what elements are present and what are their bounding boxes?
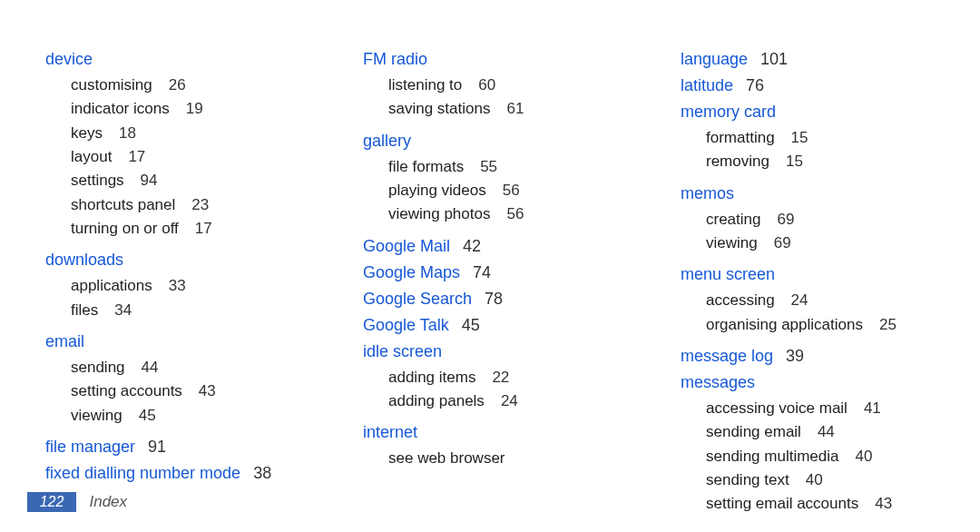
index-page-ref: 24: [501, 392, 518, 409]
index-subentry[interactable]: sending email44: [706, 420, 935, 444]
index-page-ref: 56: [503, 182, 520, 199]
index-page-ref: 69: [777, 211, 794, 228]
index-topic[interactable]: language101: [681, 47, 935, 72]
index-page-ref: 24: [791, 291, 808, 309]
index-page-ref: 76: [746, 76, 764, 94]
index-subentry-label: saving stations: [388, 100, 490, 117]
index-subentry[interactable]: viewing photos56: [388, 202, 617, 226]
index-topic[interactable]: menu screen: [681, 262, 935, 287]
index-topic-label: Google Talk: [363, 316, 449, 334]
index-subentry[interactable]: sending multimedia40: [706, 445, 935, 468]
index-topic[interactable]: device: [45, 47, 299, 72]
index-subentry[interactable]: viewing45: [71, 404, 299, 428]
index-topic[interactable]: file manager91: [45, 435, 299, 459]
index-topic[interactable]: email: [45, 330, 299, 354]
index-topic-label: idle screen: [363, 342, 442, 360]
index-subentry-label: playing videos: [388, 182, 486, 199]
index-page-ref: 15: [786, 153, 803, 170]
index-page-ref: 55: [480, 158, 497, 175]
index-subentry-label: sending multimedia: [706, 448, 838, 465]
index-page-ref: 44: [818, 423, 835, 440]
index-topic-label: Google Search: [363, 290, 472, 308]
index-subentry[interactable]: organising applications25: [706, 313, 935, 337]
index-subentry[interactable]: adding panels24: [388, 389, 617, 413]
index-topic[interactable]: latitude76: [681, 74, 935, 98]
index-subentry-label: turning on or off: [71, 220, 179, 237]
index-topic[interactable]: Google Talk45: [363, 313, 617, 338]
index-subentry-label: organising applications: [706, 316, 863, 333]
index-page-ref: 74: [473, 263, 491, 281]
index-subentry[interactable]: sending text40: [706, 468, 935, 492]
index-subentry-label: viewing: [706, 234, 758, 251]
index-subentry-label: creating: [706, 211, 760, 228]
index-subentry[interactable]: files34: [71, 299, 299, 322]
index-subentry[interactable]: formatting15: [706, 126, 935, 150]
index-subentry[interactable]: shortcuts panel23: [71, 193, 299, 217]
index-subentry[interactable]: listening to60: [388, 74, 617, 97]
index-topic-label: file manager: [45, 438, 135, 456]
index-subentry-label: listening to: [388, 76, 462, 94]
index-gap: [681, 255, 935, 261]
index-gap: [681, 337, 935, 342]
index-topic-label: Google Mail: [363, 237, 450, 255]
index-page-ref: 78: [485, 290, 503, 308]
index-subentry[interactable]: settings94: [71, 169, 299, 192]
index-page-ref: 41: [864, 399, 881, 417]
index-subentry-label: viewing photos: [388, 205, 490, 222]
index-topic[interactable]: memory card: [681, 100, 935, 124]
index-subentry[interactable]: customising26: [71, 74, 299, 97]
index-subentry[interactable]: saving stations61: [388, 97, 617, 121]
index-page-ref: 61: [506, 100, 524, 117]
index-topic[interactable]: gallery: [363, 129, 617, 153]
index-subentry[interactable]: setting accounts43: [71, 379, 299, 403]
index-subentry[interactable]: removing15: [706, 150, 935, 173]
index-topic-label: menu screen: [681, 265, 775, 283]
section-title: Index: [89, 493, 127, 510]
index-page-ref: 23: [191, 196, 209, 213]
index-page-ref: 101: [760, 50, 788, 68]
index-subentry[interactable]: accessing voice mail41: [706, 397, 935, 420]
index-topic-label: downloads: [45, 251, 123, 269]
index-subentry-label: viewing: [71, 407, 122, 424]
index-subentry[interactable]: accessing24: [706, 289, 935, 312]
index-subentry-label: sending text: [706, 471, 789, 488]
index-topic[interactable]: downloads: [45, 248, 299, 272]
index-subentry[interactable]: layout17: [71, 145, 299, 169]
index-topic[interactable]: Google Mail42: [363, 234, 617, 259]
index-gap: [681, 174, 935, 180]
index-topic[interactable]: Google Search78: [363, 287, 617, 311]
index-gap: [45, 322, 299, 328]
index-subentry[interactable]: viewing69: [706, 232, 935, 255]
index-subentry-label: file formats: [388, 158, 464, 175]
index-page-ref: 38: [253, 464, 271, 482]
index-subentry-label: adding panels: [388, 392, 485, 409]
index-topic[interactable]: FM radio: [363, 47, 617, 72]
index-subentry[interactable]: indicator icons19: [71, 97, 299, 121]
index-topic[interactable]: internet: [363, 420, 617, 445]
index-subentry[interactable]: file formats55: [388, 155, 617, 179]
index-gap: [363, 413, 617, 419]
index-topic[interactable]: fixed dialling number mode38: [45, 461, 299, 486]
index-subentry-label: formatting: [706, 129, 775, 146]
index-page-ref: 34: [114, 301, 132, 319]
index-topic[interactable]: memos: [681, 182, 935, 206]
index-subentry[interactable]: turning on or off17: [71, 217, 299, 241]
index-subentry-label: sending email: [706, 423, 801, 440]
index-subentry[interactable]: creating69: [706, 208, 935, 232]
index-subentry[interactable]: adding items22: [388, 366, 617, 389]
index-topic-label: message log: [681, 347, 773, 365]
index-subentry-label: applications: [71, 277, 152, 294]
index-subentry[interactable]: sending44: [71, 356, 299, 379]
index-topic[interactable]: Google Maps74: [363, 261, 617, 285]
index-subentry[interactable]: keys18: [71, 122, 299, 145]
index-subentry[interactable]: applications33: [71, 274, 299, 298]
index-topic[interactable]: idle screen: [363, 340, 617, 364]
index-topic-label: memos: [681, 184, 734, 202]
index-page-ref: 40: [855, 448, 872, 465]
index-subentry[interactable]: playing videos56: [388, 179, 617, 202]
index-topic[interactable]: messages: [681, 370, 935, 395]
index-subentry-label: accessing: [706, 291, 775, 309]
index-topic[interactable]: message log39: [681, 344, 935, 369]
index-topic-label: memory card: [681, 103, 776, 121]
index-page-ref: 19: [186, 100, 203, 117]
